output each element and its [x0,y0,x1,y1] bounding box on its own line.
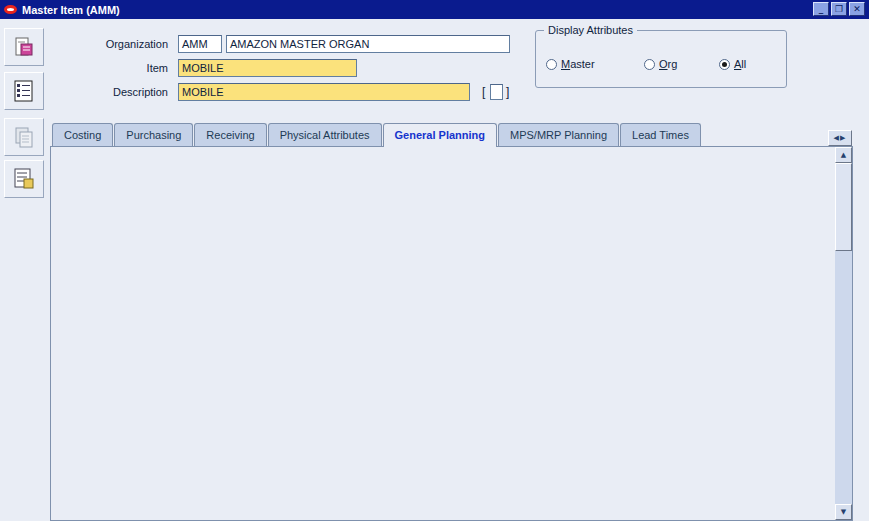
scroll-up-icon[interactable]: ▲ [835,147,852,163]
organization-code-field[interactable]: AMM [178,35,222,53]
tab-general-planning[interactable]: General Planning [383,123,497,147]
radio-org[interactable]: Org [644,57,677,71]
description-label: Description [98,85,168,100]
radio-master-dot [546,59,557,70]
attributes-list-button[interactable] [4,72,44,110]
vertical-scrollbar[interactable]: ▲ ▼ [835,147,852,520]
copy-icon [12,125,36,149]
tab-receiving[interactable]: Receiving [194,123,266,146]
dff-field[interactable] [490,84,503,100]
org-assignments-icon [12,167,36,191]
scrollbar-thumb[interactable] [835,163,852,251]
tab-strip: Costing Purchasing Receiving Physical At… [52,123,702,147]
dff-bracket-close: ] [506,84,509,100]
item-binder-button[interactable] [4,28,44,66]
radio-all-dot [719,59,730,70]
attributes-list-icon [12,79,36,103]
tab-lead-times[interactable]: Lead Times [620,123,701,146]
tab-mps-mrp-planning[interactable]: MPS/MRP Planning [498,123,619,146]
tab-scroll-icon[interactable]: ◀▶ [828,130,852,146]
restore-icon[interactable]: ❐ [831,2,847,16]
item-binder-icon [12,35,36,59]
organization-name-field[interactable]: AMAZON MASTER ORGAN [226,35,510,53]
radio-org-label: Org [659,58,677,70]
window-title: Master Item (AMM) [22,4,120,16]
item-field[interactable]: MOBILE [178,59,357,77]
item-label: Item [118,61,168,76]
dff-bracket-open: [ [482,84,485,100]
display-attributes-title: Display Attributes [544,23,637,37]
radio-org-dot [644,59,655,70]
tab-costing[interactable]: Costing [52,123,113,146]
master-item-window: Master Item (AMM) _ ❐ ✕ [0,0,869,521]
display-attributes-group: Display Attributes Master Org All [535,30,787,88]
radio-all[interactable]: All [719,57,746,71]
general-planning-canvas [50,146,853,521]
copy-button[interactable] [4,118,44,156]
org-assignments-button[interactable] [4,160,44,198]
radio-master-label: Master [561,58,595,70]
radio-all-label: All [734,58,746,70]
window-controls: _ ❐ ✕ [813,2,865,16]
description-field[interactable]: MOBILE [178,83,470,101]
radio-master[interactable]: Master [546,57,595,71]
oracle-logo-icon [4,5,17,14]
tab-physical-attributes[interactable]: Physical Attributes [268,123,382,146]
organization-label: Organization [58,37,168,52]
tab-purchasing[interactable]: Purchasing [114,123,193,146]
scroll-down-icon[interactable]: ▼ [835,504,852,520]
title-bar: Master Item (AMM) _ ❐ ✕ [0,0,869,19]
close-icon[interactable]: ✕ [849,2,865,16]
minimize-icon[interactable]: _ [813,2,829,16]
